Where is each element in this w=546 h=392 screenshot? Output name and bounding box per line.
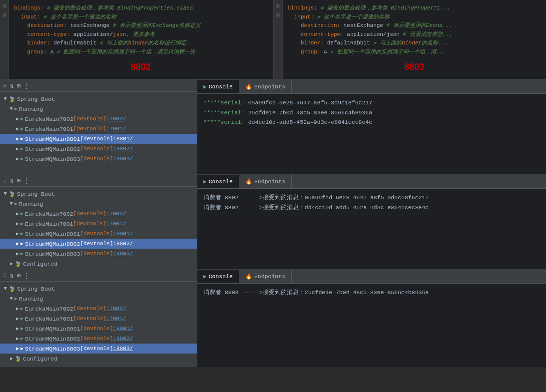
tree-springboot-root-3[interactable]: ▶ 🍃 Spring Boot — [0, 284, 197, 294]
toolbar-icon-menu[interactable]: ≡ — [3, 177, 7, 184]
port-link[interactable]: :8803/ — [113, 346, 133, 352]
ide-panel-8803: ≡ ⇅ ⊞ ⋮ ▶ 🍃 Spring Boot ▶ ▶ Running ▶ ▶ … — [0, 270, 546, 367]
port-link[interactable]: :8802/ — [113, 241, 133, 247]
port-link[interactable]: :7001/ — [106, 221, 126, 227]
arrow-icon: ▶ — [2, 97, 8, 100]
port-link[interactable]: :8803/ — [113, 251, 133, 257]
port-link[interactable]: :7001/ — [106, 126, 126, 132]
tree-item-stream8803-2[interactable]: ▶ ▶ StreamMQMain8803 [devtools] :8803/ — [0, 249, 197, 259]
tree-running-2[interactable]: ▶ ▶ Running — [0, 199, 197, 209]
tree-configured-2[interactable]: ▶ 🍃 Configured — [0, 259, 197, 269]
port-link[interactable]: :7002/ — [106, 306, 126, 312]
console-line: *****serial: 25cfde1e-7b0d-48c5-83ee-856… — [203, 108, 540, 118]
toolbar-icon-menu[interactable]: ≡ — [3, 272, 7, 279]
tab-console-1[interactable]: ▶ Console — [197, 80, 239, 93]
arrow-icon: ▶ — [10, 261, 13, 267]
tree-springboot-root-1[interactable]: ▶ 🍃 Spring Boot — [0, 94, 197, 104]
toolbar-icon-layout[interactable]: ⊞ — [17, 177, 21, 185]
tree-configured-3[interactable]: ▶ 🍃 Configured — [0, 354, 197, 364]
endpoints-icon: 🔥 — [245, 83, 252, 90]
node-stream8801: StreamMQMain8801 — [25, 136, 80, 142]
devtools-label: [devtools] — [80, 136, 113, 142]
app-icon: ▶ — [20, 316, 23, 322]
devtools-label: [devtools] — [80, 336, 113, 342]
port-link[interactable]: :8802/ — [113, 336, 133, 342]
tree-item-eureka7001-3[interactable]: ▶ ▶ EurekaMain7001 [devtools] :7001/ — [0, 314, 197, 324]
tab-endpoints-1[interactable]: 🔥 Endpoints — [239, 80, 292, 93]
port-link[interactable]: :8802/ — [113, 146, 133, 152]
tree-item-eureka7002-2[interactable]: ▶ ▶ EurekaMain7002 [devtools] :7002/ — [0, 209, 197, 219]
port-link[interactable]: :7002/ — [106, 116, 126, 122]
app-icon: ▶ — [20, 156, 23, 162]
devtools-label: [devtools] — [73, 116, 106, 122]
console-line: 消费者 8802 ----->接受到的消息：05a99fcd-6e28-4647… — [203, 193, 540, 203]
toolbar-icon-filter[interactable]: ⋮ — [23, 272, 30, 280]
arrow-icon: ▶ — [16, 346, 19, 352]
springboot-label-3: Spring Boot — [17, 286, 55, 292]
tree-item-stream8803-1[interactable]: ▶ ▶ StreamMQMain8803 [devtools] :8803/ — [0, 154, 197, 164]
console-panel-3: ▶ Console 🔥 Endpoints 消费者 8803 ----->接受到… — [197, 270, 546, 367]
toolbar-icon-menu[interactable]: ≡ — [3, 82, 7, 89]
tab-endpoints-2[interactable]: 🔥 Endpoints — [239, 175, 292, 188]
gutter-left-8803 — [274, 0, 283, 79]
tree-item-stream8801-3[interactable]: ▶ ▶ StreamMQMain8801 [devtools] :8801/ — [0, 324, 197, 334]
toolbar-icon-layout[interactable]: ⊞ — [17, 272, 21, 280]
tree-item-stream8802-3[interactable]: ▶ ▶ StreamMQMain8802 [devtools] :8802/ — [0, 334, 197, 344]
tab-console-label-3: Console — [209, 273, 233, 280]
code-line: group: A # 配置同一个应用的实例属于同一个组，消... — [288, 48, 542, 57]
port-link[interactable]: :7002/ — [106, 211, 126, 217]
arrow-icon: ▶ — [16, 231, 19, 237]
port-link[interactable]: :7001/ — [106, 316, 126, 322]
arrow-icon: ▶ — [16, 336, 19, 342]
app-icon: ▶ — [20, 251, 23, 257]
app-icon: ▶ — [20, 346, 23, 352]
node-eureka7001: EurekaMain7001 — [25, 126, 73, 132]
tree-item-eureka7002-3[interactable]: ▶ ▶ EurekaMain7002 [devtools] :7002/ — [0, 304, 197, 314]
code-line: destination: testExchange # 表示要使用的Exchan… — [14, 21, 268, 30]
toolbar-icon-filter[interactable]: ⋮ — [23, 82, 30, 90]
app-icon: ▶ — [20, 306, 23, 312]
tab-console-2[interactable]: ▶ Console — [197, 175, 239, 188]
tree-item-stream8802-1[interactable]: ▶ ▶ StreamMQMain8802 [devtools] :8802/ — [0, 144, 197, 154]
app-icon: ▶ — [20, 221, 23, 227]
devtools-label: [devtools] — [80, 326, 113, 332]
spring-icon: 🍃 — [14, 261, 21, 267]
tree-item-stream8801-1[interactable]: ▶ ▶ StreamMQMain8801 [devtools] :8801/ — [0, 134, 197, 144]
tree-item-stream8803-3[interactable]: ▶ ▶ StreamMQMain8803 [devtools] :8803/ — [0, 344, 197, 354]
node-stream8801: StreamMQMain8801 — [25, 231, 80, 237]
port-link[interactable]: :8801/ — [113, 326, 133, 332]
tab-endpoints-3[interactable]: 🔥 Endpoints — [239, 270, 292, 283]
console-tabs-1: ▶ Console 🔥 Endpoints — [197, 80, 546, 94]
arrow-icon: ▶ — [16, 306, 19, 312]
code-line: input: # 这个名字是一个通道的名称 — [288, 13, 542, 22]
devtools-label: [devtools] — [80, 251, 113, 257]
tab-console-3[interactable]: ▶ Console — [197, 270, 239, 283]
port-link[interactable]: :8803/ — [113, 156, 133, 162]
tree-running-3[interactable]: ▶ ▶ Running — [0, 294, 197, 304]
tree-springboot-root-2[interactable]: ▶ 🍃 Spring Boot — [0, 189, 197, 199]
code-line: input: # 这个名字是一个通道的名称 — [14, 13, 268, 22]
tree-item-eureka7001-2[interactable]: ▶ ▶ EurekaMain7001 [devtools] :7001/ — [0, 219, 197, 229]
toolbar-icon-sort[interactable]: ⇅ — [10, 272, 14, 280]
console-line: *****serial: dd4cc10d-add5-452a-9d3c-e86… — [203, 117, 540, 127]
tree-item-stream8801-2[interactable]: ▶ ▶ StreamMQMain8801 [devtools] :8801/ — [0, 229, 197, 239]
port-link[interactable]: :8801/ — [113, 231, 133, 237]
port-link[interactable]: :8801/ — [113, 136, 133, 142]
tree-item-eureka7001-1[interactable]: ▶ ▶ EurekaMain7001 [devtools] :7001/ — [0, 124, 197, 134]
tree-item-stream8802-2[interactable]: ▶ ▶ StreamMQMain8802 [devtools] :8802/ — [0, 239, 197, 249]
code-panel-8803: bindings: # 服务的整合处理，参考类 BindingProperti.… — [283, 0, 546, 79]
arrow-icon: ▶ — [16, 326, 19, 332]
code-line: destination: testExchange # 表示要使用的Excha.… — [288, 21, 542, 30]
devtools-label: [devtools] — [73, 126, 106, 132]
code-line: bindings: # 服务的整合处理，参考类 BindingPropertie… — [14, 4, 268, 13]
tree-running-1[interactable]: ▶ ▶ Running — [0, 104, 197, 114]
app-icon: ▶ — [20, 126, 23, 132]
tree-item-eureka7002-1[interactable]: ▶ ▶ EurekaMain7002 [devtools] :7002/ — [0, 114, 197, 124]
devtools-label: [devtools] — [80, 156, 113, 162]
toolbar-icon-sort[interactable]: ⇅ — [10, 82, 14, 90]
arrow-icon: ▶ — [8, 107, 14, 110]
toolbar-icon-layout[interactable]: ⊞ — [17, 82, 21, 90]
devtools-label: [devtools] — [80, 241, 113, 247]
toolbar-icon-filter[interactable]: ⋮ — [23, 177, 30, 185]
toolbar-icon-sort[interactable]: ⇅ — [10, 177, 14, 185]
